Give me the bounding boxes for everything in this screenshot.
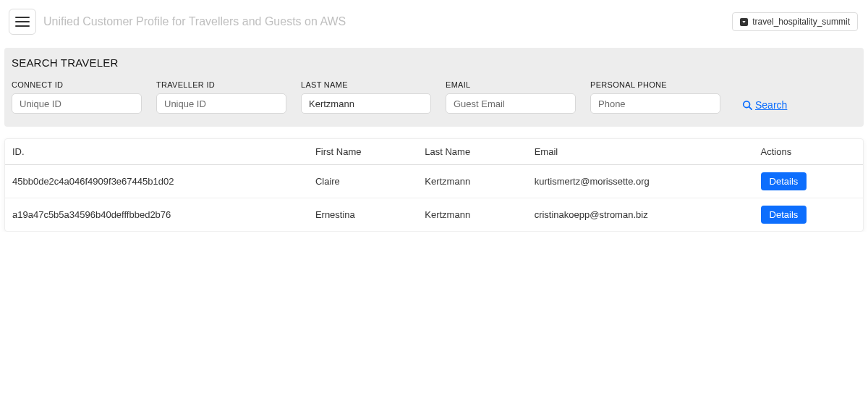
col-header-first-name: First Name bbox=[308, 139, 417, 165]
field-phone: PERSONAL PHONE bbox=[590, 80, 720, 114]
traveller-id-input[interactable] bbox=[156, 93, 286, 114]
field-connect-id: CONNECT ID bbox=[12, 80, 142, 114]
field-email: EMAIL bbox=[446, 80, 576, 114]
search-link-label: Search bbox=[755, 99, 787, 111]
top-bar: Unified Customer Profile for Travellers … bbox=[0, 0, 868, 41]
field-traveller-id: TRAVELLER ID bbox=[156, 80, 286, 114]
chevron-down-icon bbox=[740, 18, 748, 26]
cell-first-name: Ernestina bbox=[308, 198, 417, 232]
field-label-connect-id: CONNECT ID bbox=[12, 80, 142, 89]
col-header-id: ID. bbox=[5, 139, 308, 165]
details-button[interactable]: Details bbox=[761, 172, 807, 190]
table-header-row: ID. First Name Last Name Email Actions bbox=[5, 139, 863, 165]
col-header-email: Email bbox=[527, 139, 754, 165]
search-icon bbox=[742, 100, 752, 110]
details-button[interactable]: Details bbox=[761, 206, 807, 224]
email-input[interactable] bbox=[446, 93, 576, 114]
cell-actions: Details bbox=[754, 198, 863, 232]
results-table: ID. First Name Last Name Email Actions 4… bbox=[5, 139, 863, 231]
hamburger-button[interactable] bbox=[9, 9, 36, 35]
field-last-name: LAST NAME bbox=[301, 80, 431, 114]
col-header-last-name: Last Name bbox=[417, 139, 527, 165]
last-name-input[interactable] bbox=[301, 93, 431, 114]
domain-selector[interactable]: travel_hospitality_summit bbox=[732, 12, 858, 31]
results-card: ID. First Name Last Name Email Actions 4… bbox=[4, 138, 864, 232]
table-row: a19a47c5b5a34596b40defffbbed2b76Ernestin… bbox=[5, 198, 863, 232]
cell-id: 45bb0de2c4a046f4909f3e67445b1d02 bbox=[5, 165, 308, 198]
cell-first-name: Claire bbox=[308, 165, 417, 198]
field-label-traveller-id: TRAVELLER ID bbox=[156, 80, 286, 89]
col-header-actions: Actions bbox=[754, 139, 863, 165]
field-label-last-name: LAST NAME bbox=[301, 80, 431, 89]
cell-actions: Details bbox=[754, 165, 863, 198]
search-fields-row: CONNECT ID TRAVELLER ID LAST NAME EMAIL … bbox=[12, 80, 856, 114]
app-title: Unified Customer Profile for Travellers … bbox=[43, 15, 346, 28]
search-panel: SEARCH TRAVELER CONNECT ID TRAVELLER ID … bbox=[4, 48, 864, 127]
table-row: 45bb0de2c4a046f4909f3e67445b1d02ClaireKe… bbox=[5, 165, 863, 198]
field-label-phone: PERSONAL PHONE bbox=[590, 80, 720, 89]
phone-input[interactable] bbox=[590, 93, 720, 114]
cell-last-name: Kertzmann bbox=[417, 165, 527, 198]
top-bar-left: Unified Customer Profile for Travellers … bbox=[9, 9, 346, 35]
search-panel-title: SEARCH TRAVELER bbox=[12, 56, 856, 69]
search-link[interactable]: Search bbox=[742, 99, 787, 111]
connect-id-input[interactable] bbox=[12, 93, 142, 114]
cell-id: a19a47c5b5a34596b40defffbbed2b76 bbox=[5, 198, 308, 232]
cell-last-name: Kertzmann bbox=[417, 198, 527, 232]
domain-label: travel_hospitality_summit bbox=[752, 17, 850, 27]
cell-email: cristinakoepp@stroman.biz bbox=[527, 198, 754, 232]
hamburger-icon bbox=[15, 17, 30, 27]
field-label-email: EMAIL bbox=[446, 80, 576, 89]
svg-line-1 bbox=[749, 107, 752, 110]
cell-email: kurtismertz@morissette.org bbox=[527, 165, 754, 198]
